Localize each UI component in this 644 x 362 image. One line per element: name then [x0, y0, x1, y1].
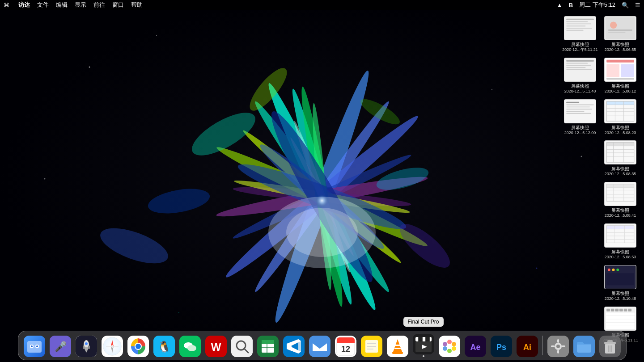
svg-text:Ae: Ae — [470, 343, 480, 352]
svg-rect-210 — [551, 345, 555, 347]
icon-row-2: 屏幕快照 2020-12...5.11.48 屏幕快照 2020-12...5.… — [560, 55, 640, 97]
menu-file[interactable]: 文件 — [37, 1, 49, 9]
dock-calendar[interactable]: 12 — [334, 334, 357, 357]
desktop-icon-8[interactable]: 屏幕快照 2020-12...5.08.41 — [600, 179, 640, 221]
dock-safari[interactable] — [101, 334, 124, 357]
svg-rect-54 — [566, 69, 592, 70]
dock-airmail[interactable] — [308, 334, 331, 357]
svg-rect-86 — [606, 184, 634, 188]
svg-rect-40 — [566, 23, 591, 24]
desktop-icon-3[interactable]: 屏幕快照 2020-12...5.11.48 — [560, 55, 600, 97]
icon-sublabel-5: 2020-12...5.12.00 — [564, 130, 596, 135]
svg-rect-165 — [309, 336, 330, 357]
icon-label-8: 屏幕快照 — [611, 207, 629, 213]
svg-rect-180 — [394, 348, 401, 349]
desktop-icon-5[interactable]: 屏幕快照 2020-12...5.12.00 — [560, 97, 600, 138]
desktop-icon-10[interactable]: 屏幕快照 2020-12...5.10.48 — [600, 262, 640, 304]
dock-launchpad[interactable] — [75, 334, 98, 357]
dock-photoshop[interactable]: Ps — [490, 334, 513, 357]
menu-search-icon[interactable]: 🔍 — [622, 2, 629, 8]
svg-rect-108 — [606, 273, 634, 285]
icon-sublabel-3: 2020-12...5.11.48 — [564, 89, 596, 94]
svg-point-194 — [452, 346, 456, 351]
svg-point-193 — [452, 342, 456, 346]
svg-point-36 — [536, 268, 538, 269]
menu-bartender-icon[interactable]: B — [569, 2, 573, 8]
desktop-icon-4[interactable]: 屏幕快照 2020-12...5.08.12 — [600, 55, 640, 97]
dock-chrome[interactable] — [127, 334, 150, 357]
svg-rect-119 — [615, 308, 619, 311]
dock-trash[interactable] — [598, 334, 622, 357]
svg-point-127 — [31, 345, 33, 347]
menu-control-center-icon[interactable]: ☰ — [635, 2, 640, 8]
icon-label-9: 屏幕快照 — [611, 249, 629, 255]
desktop-icon-7[interactable]: 屏幕快照 2020-12...5.08.35 — [600, 138, 640, 179]
svg-rect-124 — [27, 341, 42, 353]
apple-menu[interactable]: ⌘ — [4, 2, 9, 8]
svg-text:W: W — [211, 341, 221, 353]
icon-sublabel-6: 2020-12...5.08.23 — [605, 130, 636, 135]
dock-vlc[interactable] — [386, 334, 409, 357]
menu-window[interactable]: 窗口 — [112, 1, 124, 9]
svg-rect-169 — [337, 340, 355, 343]
icon-label-1: 屏幕快照 — [571, 42, 589, 47]
icon-sublabel-7: 2020-12...5.08.35 — [605, 172, 636, 177]
menu-view[interactable]: 显示 — [75, 1, 86, 9]
icon-label-3: 屏幕快照 — [571, 83, 589, 89]
dock-photos[interactable] — [438, 334, 461, 357]
svg-rect-47 — [608, 29, 632, 31]
svg-text:🎤: 🎤 — [54, 341, 67, 353]
dock-notes[interactable] — [360, 334, 383, 357]
icon-thumbnail-5 — [564, 99, 596, 123]
svg-point-197 — [443, 342, 447, 346]
dock-separator — [542, 336, 543, 355]
dock-aftereffects[interactable]: Ae — [464, 334, 487, 357]
icon-sublabel-4: 2020-12...5.08.12 — [605, 89, 636, 94]
svg-rect-118 — [611, 308, 614, 311]
menu-edit[interactable]: 编辑 — [56, 1, 68, 9]
svg-point-198 — [447, 344, 452, 349]
svg-point-128 — [36, 345, 38, 347]
desktop-icon-1[interactable]: 屏幕快照 2020-12...午5.11.21 — [560, 13, 600, 55]
svg-rect-63 — [566, 106, 590, 107]
icon-thumbnail-6 — [604, 99, 636, 123]
dock-wps[interactable]: W — [204, 334, 228, 357]
desktop-icon-2[interactable]: 屏幕快照 2020-12...5.06.55 — [600, 13, 640, 55]
menu-go[interactable]: 前往 — [93, 1, 105, 9]
svg-rect-57 — [606, 64, 619, 77]
icon-row-1: 屏幕快照 2020-12...午5.11.21 屏幕快照 2020-12...5… — [560, 13, 640, 55]
app-name[interactable]: 访达 — [18, 1, 30, 9]
icon-thumbnail-1 — [564, 16, 596, 40]
dock-siri[interactable]: 🎤 — [49, 334, 72, 357]
icon-thumbnail-11 — [604, 307, 636, 331]
icon-thumbnail-4 — [604, 58, 636, 82]
dock-numbers[interactable] — [256, 334, 280, 357]
svg-point-33 — [491, 89, 492, 90]
desktop-icon-6[interactable]: 屏幕快照 2020-12...5.08.23 — [600, 97, 640, 138]
menu-datetime[interactable]: 周二 下午5:12 — [579, 1, 615, 9]
menubar-right: ▲ B 周二 下午5:12 🔍 ☰ — [557, 1, 640, 9]
svg-rect-179 — [394, 345, 402, 346]
dock-finder2[interactable] — [572, 334, 596, 357]
icon-thumbnail-3 — [564, 58, 596, 82]
svg-point-192 — [447, 340, 452, 344]
dock-wechat[interactable] — [178, 334, 202, 357]
svg-point-195 — [447, 349, 452, 353]
dock-illustrator[interactable]: Ai — [516, 334, 539, 357]
dock-qq[interactable]: 🐧 — [153, 334, 176, 357]
desktop-icon-9[interactable]: 屏幕快照 2020-12...5.08.53 — [600, 221, 640, 262]
svg-rect-216 — [607, 340, 613, 342]
svg-point-31 — [156, 35, 157, 36]
dock-systemprefs[interactable] — [547, 334, 570, 357]
svg-rect-178 — [392, 352, 403, 354]
icon-label-5: 屏幕快照 — [571, 125, 589, 130]
svg-point-196 — [443, 346, 447, 351]
menu-help[interactable]: 帮助 — [131, 1, 143, 9]
dock-vscode[interactable] — [282, 334, 305, 357]
svg-rect-186 — [419, 337, 422, 341]
dock: 🎤 — [18, 331, 627, 360]
dock-finalcutpro[interactable]: Final Cut Pro — [412, 334, 435, 357]
dock-finder[interactable] — [23, 334, 46, 357]
svg-rect-163 — [262, 340, 274, 344]
dock-magnifier[interactable] — [230, 334, 254, 357]
